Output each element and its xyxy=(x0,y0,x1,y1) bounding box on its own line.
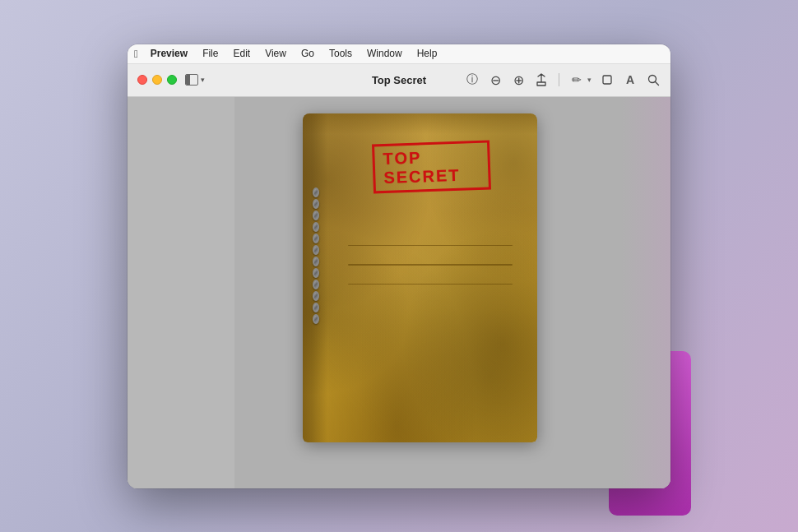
document-viewport[interactable]: TOP SECRET xyxy=(234,97,605,488)
menu-window[interactable]: Window xyxy=(361,46,408,61)
spiral-coil xyxy=(313,303,319,312)
title-bar: ▾ Top Secret ⓘ ⊖ ⊕ ✏ ▾ xyxy=(128,64,670,97)
document-line-2 xyxy=(348,264,513,266)
spiral-coil xyxy=(313,291,319,301)
content-area: TOP SECRET xyxy=(128,97,670,488)
spiral-coil xyxy=(313,268,319,278)
spiral-coil xyxy=(313,257,319,266)
preview-window:  Preview File Edit View Go Tools Window… xyxy=(128,44,670,488)
document-page: TOP SECRET xyxy=(303,113,537,442)
menu-help[interactable]: Help xyxy=(411,46,443,61)
svg-rect-0 xyxy=(603,76,611,84)
sidebar-toggle-button[interactable]: ▾ xyxy=(185,74,205,86)
toolbar-right: ⓘ ⊖ ⊕ ✏ ▾ A xyxy=(465,72,661,87)
right-panel xyxy=(605,97,670,488)
stamp-text: TOP SECRET xyxy=(383,148,461,187)
svg-line-2 xyxy=(655,81,658,85)
search-icon[interactable] xyxy=(646,72,661,87)
top-secret-stamp: TOP SECRET xyxy=(372,140,491,193)
spiral-coil xyxy=(313,222,319,232)
menu-view[interactable]: View xyxy=(259,46,292,61)
menu-edit[interactable]: Edit xyxy=(227,46,256,61)
maximize-button[interactable] xyxy=(167,75,177,85)
spiral-coil xyxy=(313,314,319,324)
annotate-icon[interactable]: A xyxy=(623,72,638,87)
spiral-coil xyxy=(313,210,319,220)
menu-file[interactable]: File xyxy=(197,46,224,61)
stamp-box: TOP SECRET xyxy=(372,140,491,193)
desktop:  Preview File Edit View Go Tools Window… xyxy=(0,0,798,532)
menu-go[interactable]: Go xyxy=(295,46,320,61)
menu-preview[interactable]: Preview xyxy=(145,46,193,61)
zoom-out-icon[interactable]: ⊖ xyxy=(488,72,503,87)
minimize-button[interactable] xyxy=(152,75,162,85)
document-lines xyxy=(348,245,513,285)
spiral-coil xyxy=(313,280,319,289)
sidebar-toggle-icon xyxy=(185,74,198,86)
toolbar-separator xyxy=(559,73,559,86)
document-line-1 xyxy=(348,245,513,247)
spiral-coil xyxy=(313,245,319,255)
spiral-binding xyxy=(313,187,319,377)
sidebar-panel xyxy=(128,97,234,488)
folder-top-edge xyxy=(303,113,537,134)
spiral-coil xyxy=(313,187,319,197)
rotate-icon[interactable] xyxy=(600,72,615,87)
menu-tools[interactable]: Tools xyxy=(323,46,358,61)
spiral-coil xyxy=(313,199,319,209)
close-button[interactable] xyxy=(137,75,147,85)
menu-bar:  Preview File Edit View Go Tools Window… xyxy=(128,44,670,64)
window-controls xyxy=(137,75,177,85)
apple-logo-icon[interactable]:  xyxy=(134,48,138,60)
share-icon[interactable] xyxy=(534,72,549,87)
chevron-down-icon: ▾ xyxy=(201,76,205,84)
spiral-coil xyxy=(313,234,319,243)
zoom-in-icon[interactable]: ⊕ xyxy=(511,72,526,87)
document-line-3 xyxy=(348,284,513,285)
window-title: Top Secret xyxy=(372,74,426,86)
info-icon[interactable]: ⓘ xyxy=(465,72,480,87)
markup-icon[interactable]: ✏ xyxy=(569,72,584,87)
